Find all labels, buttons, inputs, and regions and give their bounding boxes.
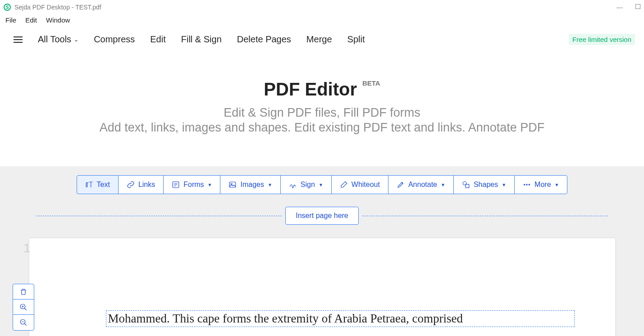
forms-icon — [172, 181, 180, 189]
dashed-line — [362, 216, 608, 216]
tool-forms[interactable]: Forms ▼ — [163, 175, 220, 194]
caret-down-icon: ▼ — [502, 182, 506, 187]
dashed-line — [36, 216, 282, 216]
tool-more[interactable]: More ▼ — [514, 175, 567, 194]
topnav: All Tools ⌄ Compress Edit Fill & Sign De… — [0, 26, 644, 53]
app-icon: S — [4, 4, 11, 11]
page-wrap: 1 Mohammed. This cape forms the extremit… — [0, 238, 644, 336]
shapes-icon — [462, 181, 470, 189]
trash-icon — [19, 288, 27, 296]
page-title: PDF Editor — [264, 79, 357, 100]
nav-edit[interactable]: Edit — [150, 34, 165, 45]
delete-page-button[interactable] — [13, 284, 34, 300]
menu-file[interactable]: File — [5, 16, 16, 24]
insert-page-row: Insert page here — [36, 207, 608, 225]
minimize-button[interactable]: — — [617, 4, 623, 10]
insert-page-button[interactable]: Insert page here — [285, 207, 359, 225]
tool-whiteout[interactable]: Whiteout — [331, 175, 388, 194]
pdf-page[interactable]: Mohammed. This cape forms the extremity … — [29, 238, 615, 336]
caret-down-icon: ▼ — [208, 182, 212, 187]
zoom-in-icon — [19, 303, 27, 311]
menu-window[interactable]: Window — [46, 16, 70, 24]
maximize-button[interactable] — [635, 4, 640, 9]
eraser-icon — [340, 181, 348, 189]
tool-sign[interactable]: Sign ▼ — [280, 175, 332, 194]
image-icon — [228, 181, 237, 189]
pdf-text-selection[interactable]: Mohammed. This cape forms the extremity … — [106, 310, 575, 327]
ellipsis-icon — [523, 181, 531, 189]
svg-rect-4 — [466, 184, 469, 188]
menu-edit[interactable]: Edit — [25, 16, 37, 24]
menubar: File Edit Window — [0, 14, 644, 26]
nav-delete-pages[interactable]: Delete Pages — [237, 34, 291, 45]
zoom-in-button[interactable] — [13, 300, 34, 315]
hero-sub2: Add text, links, images and shapes. Edit… — [0, 121, 644, 135]
caret-down-icon: ▼ — [555, 182, 559, 187]
window-controls: — ✕ — [617, 4, 640, 10]
svg-point-7 — [529, 184, 530, 185]
caret-down-icon: ▼ — [319, 182, 323, 187]
window-title: Sejda PDF Desktop - TEST.pdf — [14, 4, 101, 11]
tool-images[interactable]: Images ▼ — [220, 175, 280, 194]
titlebar: S Sejda PDF Desktop - TEST.pdf — ✕ — [0, 0, 644, 14]
hamburger-icon[interactable] — [14, 36, 23, 43]
zoom-out-button[interactable] — [13, 315, 34, 330]
text-icon — [85, 181, 93, 189]
svg-point-5 — [524, 184, 525, 185]
svg-point-6 — [526, 184, 527, 185]
hero-sub1: Edit & Sign PDF files, Fill PDF forms — [0, 106, 644, 120]
hero: PDF Editor BETA Edit & Sign PDF files, F… — [0, 79, 644, 135]
nav-compress[interactable]: Compress — [94, 34, 135, 45]
tool-shapes[interactable]: Shapes ▼ — [453, 175, 515, 194]
sign-icon — [289, 181, 297, 189]
side-tools — [13, 284, 34, 331]
tool-annotate[interactable]: Annotate ▼ — [388, 175, 454, 194]
link-icon — [127, 181, 135, 189]
annotate-icon — [397, 181, 405, 189]
nav-fill-sign[interactable]: Fill & Sign — [181, 34, 222, 45]
worksurface: Text Links Forms ▼ Images ▼ Sign ▼ — [0, 166, 644, 336]
caret-down-icon: ▼ — [441, 182, 445, 187]
page-number: 1 — [23, 241, 31, 255]
beta-badge: BETA — [362, 79, 380, 87]
nav-split[interactable]: Split — [347, 34, 365, 45]
tool-strip: Text Links Forms ▼ Images ▼ Sign ▼ — [0, 175, 644, 194]
caret-down-icon: ▼ — [268, 182, 272, 187]
chevron-down-icon: ⌄ — [74, 36, 78, 43]
nav-merge[interactable]: Merge — [306, 34, 332, 45]
zoom-out-icon — [19, 318, 27, 327]
tool-text[interactable]: Text — [77, 175, 119, 194]
nav-all-tools[interactable]: All Tools ⌄ — [38, 34, 78, 45]
free-version-badge: Free limited version — [569, 34, 635, 45]
svg-rect-1 — [230, 182, 236, 187]
tool-links[interactable]: Links — [118, 175, 164, 194]
